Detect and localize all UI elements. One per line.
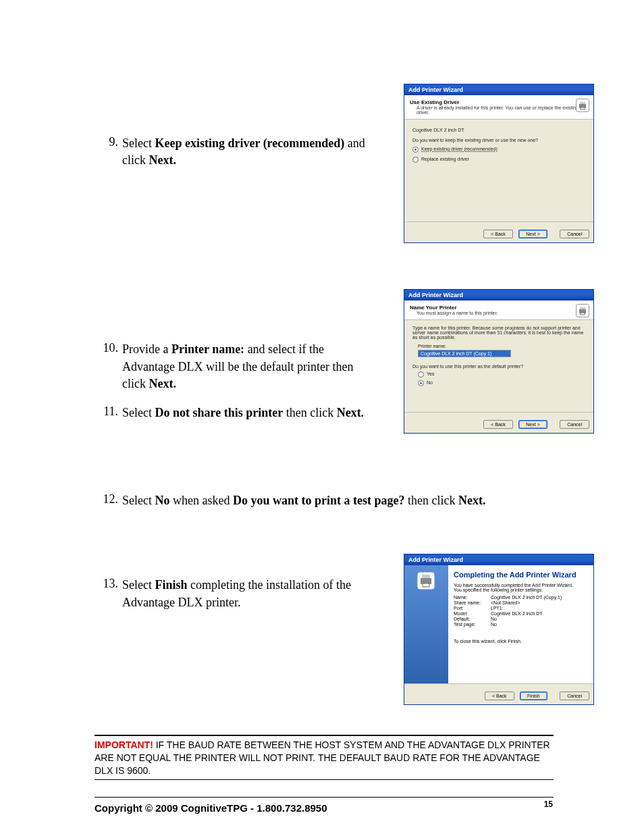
divider (95, 735, 554, 736)
page-number: 15 (544, 800, 553, 809)
back-button[interactable]: < Back (483, 230, 513, 238)
setting-key: Default: (454, 617, 491, 621)
svg-rect-5 (581, 313, 585, 315)
setting-key: Test page: (454, 622, 491, 627)
svg-rect-9 (423, 583, 429, 587)
next-button[interactable]: Next > (518, 230, 547, 238)
settings-line: You specified the following printer sett… (454, 588, 588, 592)
completing-heading: Completing the Add Printer Wizard (454, 571, 588, 579)
dialog-name-printer: Add Printer Wizard Name Your Printer You… (404, 289, 594, 434)
description: Type a name for this printer. Because so… (412, 325, 585, 340)
setting-value: Cognitive DLX 2 inch DT (Copy 1) (491, 595, 562, 600)
dialog-heading: Use Existing Driver (410, 99, 588, 105)
model-name: Cognitive DLX 2 inch DT (412, 128, 585, 132)
step-text-12: Select No when asked Do you want to prin… (122, 492, 554, 509)
svg-rect-8 (422, 575, 430, 578)
setting-value: Cognitive DLX 2 inch DT (491, 611, 543, 616)
step-num-11: 11. (95, 405, 122, 419)
next-button[interactable]: Next > (518, 420, 547, 429)
setting-key: Port: (454, 606, 491, 610)
svg-rect-1 (580, 102, 585, 104)
question: Do you want to keep the existing driver … (412, 138, 585, 142)
step-num-9: 9. (95, 135, 122, 149)
dialog-heading: Name Your Printer (410, 305, 588, 311)
radio-keep[interactable]: Keep existing driver (recommended) (412, 147, 585, 153)
step-text-9: Select Keep existing driver (recommended… (122, 135, 372, 169)
default-question: Do you want to use this printer as the d… (412, 364, 585, 369)
wizard-sidebar (404, 565, 448, 683)
cancel-button[interactable]: Cancel (560, 692, 589, 700)
printer-name-field[interactable]: Cognitive DLX 2 inch DT (Copy 1) (418, 350, 511, 357)
printer-name-label: Printer name: (418, 344, 585, 348)
important-note: IMPORTANT! IF THE BAUD RATE BETWEEN THE … (95, 739, 554, 777)
settings-table: Name:Cognitive DLX 2 inch DT (Copy 1)Sha… (454, 595, 588, 627)
radio-yes[interactable]: Yes (418, 371, 585, 377)
setting-value: No (491, 617, 497, 621)
printer-icon (416, 571, 436, 594)
svg-rect-2 (581, 107, 585, 109)
footer-rule (95, 797, 554, 798)
back-button[interactable]: < Back (483, 420, 513, 429)
setting-key: Name: (454, 595, 491, 600)
printer-icon (576, 99, 589, 112)
step-num-12: 12. (95, 492, 122, 506)
titlebar: Add Printer Wizard (404, 554, 593, 565)
radio-replace[interactable]: Replace existing driver (412, 157, 585, 163)
cancel-button[interactable]: Cancel (560, 420, 589, 429)
radio-no[interactable]: No (418, 380, 585, 386)
step-num-10: 10. (95, 341, 122, 355)
dialog-completing: Add Printer Wizard Completing the Add Pr… (404, 554, 594, 705)
step-text-13: Select Finish completing the installatio… (122, 577, 372, 610)
setting-key: Model: (454, 611, 491, 616)
setting-key: Share name: (454, 600, 491, 605)
success-line: You have successfully completed the Add … (454, 583, 588, 588)
setting-value: <Not Shared> (491, 600, 520, 605)
step-text-10: Provide a Printer name: and select if th… (122, 341, 372, 392)
dialog-existing-driver: Add Printer Wizard Use Existing Driver A… (404, 84, 594, 243)
dialog-subheading: A driver is already installed for this p… (417, 105, 588, 115)
close-instruction: To close this wizard, click Finish. (454, 639, 588, 644)
step-text-11: Select Do not share this printer then cl… (122, 405, 372, 421)
divider (95, 779, 554, 780)
dialog-subheading: You must assign a name to this printer. (417, 311, 588, 315)
svg-rect-4 (580, 307, 585, 309)
cancel-button[interactable]: Cancel (560, 230, 589, 238)
footer-copyright: Copyright © 2009 CognitiveTPG - 1.800.73… (95, 802, 554, 814)
printer-icon (576, 304, 589, 317)
setting-value: No (491, 622, 497, 627)
back-button[interactable]: < Back (485, 692, 514, 700)
titlebar: Add Printer Wizard (404, 290, 593, 301)
finish-button[interactable]: Finish (520, 692, 547, 700)
setting-value: LPT1: (491, 606, 504, 610)
step-num-13: 13. (95, 577, 122, 591)
titlebar: Add Printer Wizard (404, 84, 593, 95)
